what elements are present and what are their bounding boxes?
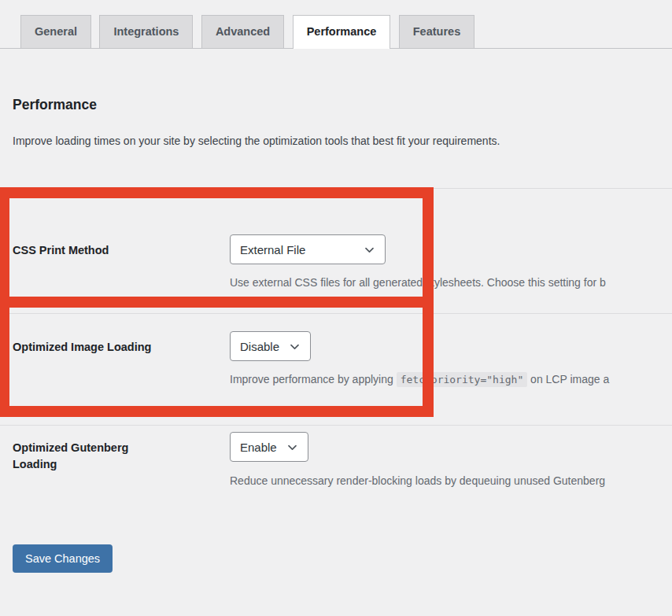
setting-row-css-print-method: CSS Print Method External File Use exter… bbox=[0, 189, 672, 314]
chevron-down-icon bbox=[364, 244, 375, 256]
optimized-gutenberg-loading-label: Optimized Gutenberg Loading bbox=[13, 440, 170, 473]
optimized-image-loading-select[interactable]: Disable bbox=[230, 331, 311, 361]
optimized-image-loading-selected-value: Disable bbox=[240, 340, 279, 353]
optimized-image-loading-help-text: Improve performance by applying fetchpri… bbox=[230, 373, 672, 386]
css-print-method-selected-value: External File bbox=[240, 243, 305, 256]
performance-settings-table: CSS Print Method External File Use exter… bbox=[0, 188, 672, 488]
optimized-gutenberg-loading-help-text: Reduce unnecessary render-blocking loads… bbox=[230, 474, 672, 488]
setting-row-optimized-gutenberg-loading: Optimized Gutenberg Loading Enable Reduc… bbox=[0, 426, 672, 488]
optimized-image-loading-label: Optimized Image Loading bbox=[13, 339, 170, 356]
page-description: Improve loading times on your site by se… bbox=[13, 135, 672, 148]
optimized-gutenberg-loading-select[interactable]: Enable bbox=[230, 432, 308, 462]
tab-integrations[interactable]: Integrations bbox=[99, 15, 193, 49]
fetchpriority-code-snippet: fetchpriority="high" bbox=[397, 372, 528, 387]
tab-performance[interactable]: Performance bbox=[293, 15, 391, 49]
settings-tab-bar: General Integrations Advanced Performanc… bbox=[0, 0, 672, 49]
css-print-method-select[interactable]: External File bbox=[230, 234, 386, 264]
tab-advanced[interactable]: Advanced bbox=[201, 15, 284, 49]
tab-features[interactable]: Features bbox=[399, 15, 474, 49]
css-print-method-label: CSS Print Method bbox=[13, 242, 170, 259]
optimized-gutenberg-loading-selected-value: Enable bbox=[240, 441, 277, 454]
chevron-down-icon bbox=[289, 341, 301, 352]
css-print-method-help-text: Use external CSS files for all generated… bbox=[230, 276, 672, 290]
save-changes-button[interactable]: Save Changes bbox=[13, 544, 113, 573]
tab-general[interactable]: General bbox=[20, 15, 91, 49]
chevron-down-icon bbox=[286, 441, 298, 453]
page-title: Performance bbox=[13, 96, 672, 113]
setting-row-optimized-image-loading: Optimized Image Loading Disable Improve … bbox=[0, 314, 672, 426]
